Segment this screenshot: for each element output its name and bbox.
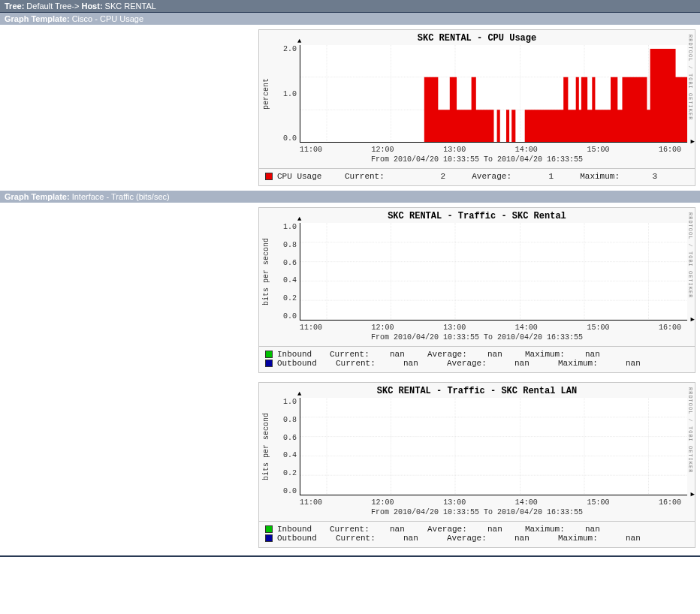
graph-template-name: Interface - Traffic (bits/sec) xyxy=(72,192,170,201)
stat-value: nan xyxy=(403,359,447,368)
legend-swatch xyxy=(265,360,273,367)
stat-value: nan xyxy=(585,350,623,359)
y-tick: 2.0 xyxy=(283,45,297,53)
graph-template-name: Cisco - CPU Usage xyxy=(72,14,143,23)
stat-value: nan xyxy=(390,350,427,359)
y-tick: 0.2 xyxy=(283,469,297,477)
graph-template-label: Graph Template: xyxy=(5,192,70,201)
graph-cpu-usage[interactable]: RRDTOOL / TOBI OETIKER SKC RENTAL - CPU … xyxy=(258,29,695,186)
time-range: From 2010/04/20 10:33:55 To 2010/04/20 1… xyxy=(259,507,695,521)
y-tick: 0.4 xyxy=(283,451,297,459)
chart-legend: Inbound Current: nan Average: nan Maximu… xyxy=(259,521,695,547)
y-axis-label: bits per second xyxy=(262,223,273,321)
x-tick: 11:00 xyxy=(300,146,322,154)
time-range: From 2010/04/20 10:33:55 To 2010/04/20 1… xyxy=(259,332,695,346)
y-tick: 1.0 xyxy=(283,223,297,231)
stat-label: Current: xyxy=(330,350,390,359)
x-tick: 13:00 xyxy=(443,498,466,507)
cpu-area xyxy=(424,49,687,142)
legend-name: CPU Usage xyxy=(277,172,345,181)
arrow-right-icon: ▶ xyxy=(691,315,695,324)
stat-label: Current: xyxy=(345,172,403,181)
host-value: SKC RENTAL xyxy=(105,2,156,11)
y-axis-ticks: 1.0 0.8 0.6 0.4 0.2 0.0 xyxy=(273,223,300,321)
x-tick: 16:00 xyxy=(659,498,681,507)
graph-traffic-2[interactable]: RRDTOOL / TOBI OETIKER SKC RENTAL - Traf… xyxy=(258,382,695,548)
arrow-right-icon: ▶ xyxy=(691,137,695,146)
legend-swatch xyxy=(265,351,273,358)
legend-name: Outbound xyxy=(277,359,336,368)
chart-legend: CPU Usage Current: 2 Average: 1 Maximum:… xyxy=(259,168,695,185)
x-tick: 12:00 xyxy=(372,146,394,154)
x-tick: 12:00 xyxy=(372,498,394,507)
graph-traffic-1[interactable]: RRDTOOL / TOBI OETIKER SKC RENTAL - Traf… xyxy=(258,207,695,373)
stat-value: 3 xyxy=(620,172,657,181)
stat-label: Maximum: xyxy=(558,359,626,368)
graph-row: RRDTOOL / TOBI OETIKER SKC RENTAL - CPU … xyxy=(0,25,700,191)
x-axis-ticks: 11:00 12:00 13:00 14:00 15:00 16:00 xyxy=(259,144,684,154)
y-tick: 0.2 xyxy=(283,294,297,302)
arrow-right-icon: ▶ xyxy=(691,490,695,498)
graph-template-header: Graph Template: Cisco - CPU Usage xyxy=(0,13,700,25)
legend-row: Inbound Current: nan Average: nan Maximu… xyxy=(265,525,689,534)
stat-label: Current: xyxy=(330,525,390,534)
x-tick: 15:00 xyxy=(587,498,609,507)
legend-row: Outbound Current: nan Average: nan Maxim… xyxy=(265,359,689,368)
y-tick: 0.0 xyxy=(283,487,297,495)
tree-value: Default Tree-> xyxy=(26,2,79,11)
x-tick: 14:00 xyxy=(515,146,538,154)
plot-area: ▲ ▶ xyxy=(300,223,687,321)
legend-name: Inbound xyxy=(277,525,330,534)
y-tick: 1.0 xyxy=(283,398,297,406)
y-axis-label: percent xyxy=(262,45,273,143)
x-tick: 15:00 xyxy=(587,146,609,154)
stat-value: nan xyxy=(390,525,427,534)
chart-legend: Inbound Current: nan Average: nan Maximu… xyxy=(259,346,695,372)
stat-label: Current: xyxy=(336,534,403,543)
stat-label: Maximum: xyxy=(558,534,626,543)
graph-template-header: Graph Template: Interface - Traffic (bit… xyxy=(0,191,700,203)
y-tick: 0.0 xyxy=(283,134,297,143)
stat-value: nan xyxy=(626,534,663,543)
x-tick: 11:00 xyxy=(300,324,322,332)
x-axis-ticks: 11:00 12:00 13:00 14:00 15:00 16:00 xyxy=(259,322,684,332)
y-tick: 0.8 xyxy=(283,241,297,249)
graph-row: RRDTOOL / TOBI OETIKER SKC RENTAL - Traf… xyxy=(0,378,700,552)
graph-row: RRDTOOL / TOBI OETIKER SKC RENTAL - Traf… xyxy=(0,203,700,378)
stat-value: nan xyxy=(514,359,558,368)
arrow-up-icon: ▲ xyxy=(297,215,301,223)
rrdtool-signature: RRDTOOL / TOBI OETIKER xyxy=(687,35,693,120)
stat-value: 2 xyxy=(403,172,445,181)
stat-value: nan xyxy=(403,534,447,543)
stat-label: Average: xyxy=(447,534,514,543)
x-tick: 15:00 xyxy=(587,324,609,332)
chart-title: SKC RENTAL - Traffic - SKC Rental xyxy=(259,208,695,223)
stat-label: Average: xyxy=(447,359,514,368)
x-tick: 12:00 xyxy=(372,324,394,332)
stat-label: Maximum: xyxy=(525,350,585,359)
stat-label: Current: xyxy=(336,359,403,368)
y-tick: 1.0 xyxy=(283,90,297,98)
graph-template-label: Graph Template: xyxy=(5,14,70,23)
footer-rule xyxy=(0,555,700,557)
y-tick: 0.4 xyxy=(283,276,297,284)
y-tick: 0.0 xyxy=(283,312,297,321)
plot-area: ▲ ▶ xyxy=(300,45,687,143)
rrdtool-signature: RRDTOOL / TOBI OETIKER xyxy=(687,387,693,473)
legend-name: Outbound xyxy=(277,534,336,543)
legend-swatch xyxy=(265,173,273,180)
chart-title: SKC RENTAL - CPU Usage xyxy=(259,30,695,45)
rrdtool-signature: RRDTOOL / TOBI OETIKER xyxy=(687,212,693,298)
legend-name: Inbound xyxy=(277,350,330,359)
x-tick: 14:00 xyxy=(515,324,538,332)
arrow-up-icon: ▲ xyxy=(297,390,301,398)
tree-label: Tree: xyxy=(5,2,24,11)
chart-title: SKC RENTAL - Traffic - SKC Rental LAN xyxy=(259,383,695,398)
x-tick: 16:00 xyxy=(659,324,681,332)
y-tick: 0.6 xyxy=(283,434,297,442)
stat-value: 1 xyxy=(511,172,554,181)
stat-value: nan xyxy=(487,350,525,359)
y-axis-ticks: 1.0 0.8 0.6 0.4 0.2 0.0 xyxy=(273,398,300,495)
stat-label: Maximum: xyxy=(525,525,585,534)
y-axis-ticks: 2.0 1.0 0.0 xyxy=(273,45,300,143)
